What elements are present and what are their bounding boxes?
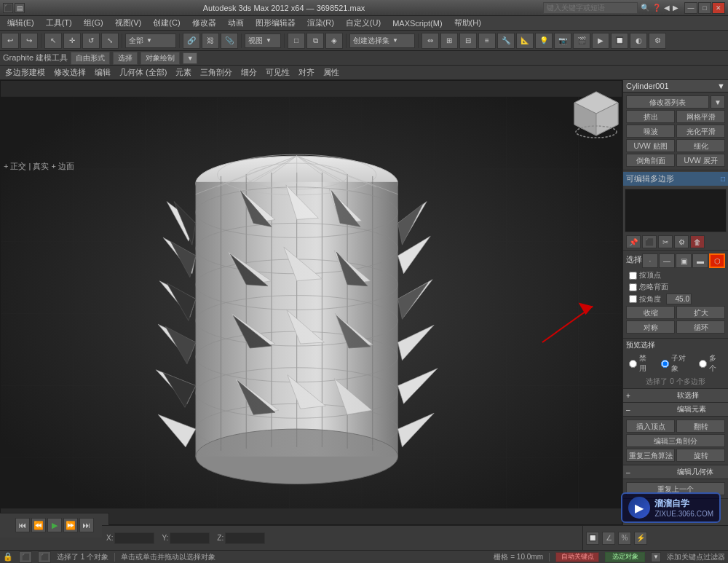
scale-button[interactable]: ⤡ bbox=[101, 33, 119, 49]
menu-item-[interactable]: 修改器 bbox=[186, 16, 222, 30]
menu-item-maxscriptm[interactable]: MAXScript(M) bbox=[387, 17, 448, 29]
arrow-right-icon[interactable]: ▶ bbox=[673, 4, 678, 12]
light-smooth-button[interactable]: 光化平滑 bbox=[676, 125, 725, 138]
tb7[interactable]: 📷 bbox=[554, 33, 571, 49]
tb10[interactable]: 🔲 bbox=[611, 33, 628, 49]
close-button[interactable]: ✕ bbox=[712, 2, 725, 14]
graphite-options-button[interactable]: ▼ bbox=[183, 52, 197, 64]
tb2[interactable]: ⧉ bbox=[306, 33, 324, 49]
make-unique-btn[interactable]: ✂ bbox=[658, 235, 673, 248]
auto-key-button[interactable]: 自动关键点 bbox=[555, 552, 599, 562]
preset-multi-radio[interactable] bbox=[699, 360, 707, 368]
ring-button[interactable]: 对称 bbox=[626, 320, 675, 334]
tb8[interactable]: 🎬 bbox=[573, 33, 590, 49]
menu-item-h[interactable]: 帮助(H) bbox=[448, 16, 487, 30]
viewport[interactable]: + 正交 | 真实 + 边面 bbox=[0, 80, 622, 525]
ignore-backface-checkbox[interactable] bbox=[629, 283, 637, 291]
select-sub-button[interactable]: 选择 bbox=[113, 52, 138, 65]
go-to-start-button[interactable]: ⏮ bbox=[15, 518, 30, 532]
tb9[interactable]: ▶ bbox=[592, 33, 609, 49]
z-coord-input[interactable] bbox=[225, 532, 265, 544]
menu-item-[interactable]: 图形编辑器 bbox=[250, 16, 301, 30]
tb11[interactable]: ◐ bbox=[630, 33, 647, 49]
vertex-mode-icon[interactable]: · bbox=[642, 253, 658, 268]
menu-item-e[interactable]: 编辑(E) bbox=[1, 16, 40, 30]
play-button[interactable]: ▶ bbox=[47, 518, 62, 532]
link-button[interactable]: 🔗 bbox=[183, 33, 200, 49]
active-modifier-toggle[interactable]: □ bbox=[721, 175, 725, 183]
array-button[interactable]: ⊞ bbox=[440, 33, 458, 49]
by-vertex-checkbox[interactable] bbox=[629, 272, 637, 280]
bevel-profile-button[interactable]: 倒角剖面 bbox=[626, 154, 675, 167]
poly-mode-icon[interactable]: ▬ bbox=[692, 253, 708, 268]
object-name-expand[interactable]: ▼ bbox=[717, 82, 725, 90]
mesh-smooth-button[interactable]: 网格平滑 bbox=[676, 110, 725, 123]
menu-item-r[interactable]: 渲染(R) bbox=[301, 16, 340, 30]
retriangulate-button[interactable]: 重复三角算法 bbox=[626, 449, 675, 462]
flip-button[interactable]: 翻转 bbox=[676, 420, 725, 433]
object-paint-button[interactable]: 对象绘制 bbox=[141, 52, 180, 65]
arrow-icon[interactable]: ◀ bbox=[664, 4, 670, 12]
layer-button[interactable]: ≡ bbox=[478, 33, 496, 49]
select-mode-combo[interactable]: 全部 bbox=[125, 34, 176, 48]
sub-toolbar-item-[interactable]: 属性 bbox=[321, 67, 341, 78]
soft-select-collapse[interactable]: + 软选择 bbox=[623, 389, 728, 403]
loop-button[interactable]: 循环 bbox=[676, 320, 725, 334]
undo-button[interactable]: ↩ bbox=[1, 33, 19, 49]
modifier-list-expand[interactable]: ▼ bbox=[711, 95, 725, 109]
select-button[interactable]: ↖ bbox=[44, 33, 62, 49]
snap-toggle[interactable]: 🔲 bbox=[586, 532, 599, 545]
edit-elements-collapse[interactable]: – 编辑元素 bbox=[623, 403, 728, 417]
selected-key-button[interactable]: 选定对象 bbox=[605, 552, 645, 562]
delete-mod-btn[interactable]: 🗑 bbox=[690, 235, 705, 248]
redo-button[interactable]: ↪ bbox=[20, 33, 38, 49]
align-button[interactable]: ⊟ bbox=[459, 33, 477, 49]
modifier-list-combo[interactable]: 修改器列表 bbox=[626, 95, 709, 109]
sub-toolbar-item-[interactable]: 三角剖分 bbox=[198, 67, 234, 78]
x-coord-input[interactable] bbox=[114, 532, 154, 544]
mirror-button[interactable]: ⇔ bbox=[422, 33, 439, 49]
element-mode-icon[interactable]: ⬡ bbox=[709, 253, 725, 268]
menu-item-u[interactable]: 自定义(U) bbox=[340, 16, 387, 30]
selection-combo[interactable]: 创建选择集 bbox=[349, 34, 415, 48]
preset-sub-radio[interactable] bbox=[661, 360, 669, 368]
tb1[interactable]: □ bbox=[288, 33, 305, 49]
search-icon[interactable]: 🔍 bbox=[641, 4, 649, 12]
sub-toolbar-item-[interactable]: 可见性 bbox=[264, 67, 292, 78]
edit-tri-button[interactable]: 编辑三角剖分 bbox=[626, 434, 725, 447]
uvw-unwrap-button[interactable]: UVW 展开 bbox=[676, 154, 725, 167]
tb5[interactable]: 📐 bbox=[516, 33, 534, 49]
unlink-button[interactable]: ⛓ bbox=[202, 33, 219, 49]
status-icon-btn-2[interactable]: ⬛ bbox=[38, 551, 51, 563]
pct-snap-toggle[interactable]: % bbox=[618, 532, 631, 545]
sub-toolbar-item-[interactable]: 编辑 bbox=[92, 67, 113, 78]
config-btn[interactable]: ⚙ bbox=[674, 235, 689, 248]
rotate-button[interactable]: ↺ bbox=[82, 33, 100, 49]
edit-geometry-collapse[interactable]: – 编辑几何体 bbox=[623, 465, 728, 479]
angle-snap-toggle[interactable]: ∠ bbox=[602, 532, 615, 545]
uvw-map-button[interactable]: UVW 贴图 bbox=[626, 139, 675, 152]
menu-item-g[interactable]: 组(G) bbox=[78, 16, 109, 30]
sub-toolbar-item-[interactable]: 多边形建模 bbox=[3, 67, 47, 78]
sub-toolbar-item-[interactable]: 几何体 (全部) bbox=[117, 67, 169, 78]
minimize-button[interactable]: — bbox=[684, 2, 697, 14]
tb12[interactable]: ⚙ bbox=[649, 33, 666, 49]
insert-vertex-button[interactable]: 插入顶点 bbox=[626, 420, 675, 433]
extrude-button[interactable]: 挤出 bbox=[626, 110, 675, 123]
edge-mode-icon[interactable]: — bbox=[659, 253, 675, 268]
border-mode-icon[interactable]: ▣ bbox=[676, 253, 692, 268]
sub-toolbar-item-[interactable]: 对齐 bbox=[296, 67, 317, 78]
by-angle-checkbox[interactable] bbox=[629, 295, 637, 303]
go-to-end-button[interactable]: ⏭ bbox=[79, 518, 94, 532]
maximize-button[interactable]: □ bbox=[698, 2, 711, 14]
navigation-cube[interactable] bbox=[571, 88, 614, 132]
menu-item-v[interactable]: 视图(V) bbox=[109, 16, 148, 30]
y-coord-input[interactable] bbox=[170, 532, 210, 544]
prev-frame-button[interactable]: ⏪ bbox=[31, 518, 46, 532]
tb6[interactable]: 💡 bbox=[535, 33, 553, 49]
move-button[interactable]: ✛ bbox=[63, 33, 81, 49]
shrink-button[interactable]: 收缩 bbox=[626, 306, 675, 319]
angle-input[interactable] bbox=[666, 294, 692, 304]
bind-button[interactable]: 📎 bbox=[221, 33, 238, 49]
rotate-tri-button[interactable]: 旋转 bbox=[676, 449, 725, 462]
